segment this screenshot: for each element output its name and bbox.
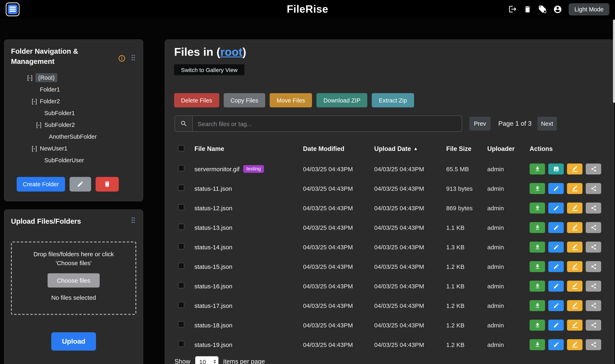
- create-folder-button[interactable]: Create Folder: [17, 177, 65, 192]
- download-button[interactable]: [530, 163, 545, 174]
- share-button[interactable]: [586, 280, 601, 291]
- gallery-view-button[interactable]: Switch to Gallery View: [174, 64, 244, 75]
- download-button[interactable]: [530, 339, 545, 350]
- edit-button[interactable]: [548, 202, 564, 213]
- download-button[interactable]: [530, 261, 545, 272]
- share-button[interactable]: [586, 202, 601, 213]
- row-checkbox[interactable]: [178, 165, 184, 171]
- upload-dropzone[interactable]: Drop files/folders here or click 'Choose…: [11, 242, 136, 315]
- download-button[interactable]: [530, 183, 545, 194]
- download-button[interactable]: [530, 202, 545, 213]
- tree-toggle-icon[interactable]: [-]: [32, 143, 40, 155]
- row-checkbox[interactable]: [178, 302, 184, 308]
- choose-files-button[interactable]: Choose files: [48, 273, 100, 288]
- download-button[interactable]: [530, 300, 545, 311]
- filerise-logo[interactable]: [6, 2, 20, 16]
- preview-button[interactable]: [548, 163, 564, 174]
- info-icon[interactable]: [118, 54, 126, 62]
- share-button[interactable]: [586, 183, 601, 194]
- tree-item[interactable]: SubFolder1: [11, 107, 136, 119]
- edit-button[interactable]: [548, 183, 564, 194]
- tree-toggle-icon[interactable]: [-]: [36, 119, 44, 131]
- edit-button[interactable]: [548, 339, 564, 350]
- upload-button[interactable]: Upload: [51, 332, 96, 351]
- tree-toggle-icon[interactable]: [-]: [32, 96, 40, 107]
- drag-handle-icon[interactable]: [131, 217, 135, 224]
- column-header-date-modified[interactable]: Date Modified: [303, 145, 374, 153]
- delete-folder-button[interactable]: [95, 177, 118, 192]
- rename-button[interactable]: [567, 241, 582, 252]
- move-files-button[interactable]: Move Files: [270, 93, 312, 107]
- column-header-file-name[interactable]: File Name: [195, 145, 303, 153]
- edit-button[interactable]: [548, 280, 564, 291]
- search-input[interactable]: [193, 116, 462, 131]
- select-all-checkbox[interactable]: [178, 145, 184, 151]
- edit-button[interactable]: [548, 300, 564, 311]
- delete-files-button[interactable]: Delete Files: [174, 93, 219, 107]
- row-checkbox[interactable]: [178, 185, 184, 191]
- tree-item[interactable]: AnotherSubFolder: [11, 131, 136, 143]
- tree-item[interactable]: [-]Folder2: [11, 96, 136, 107]
- rename-button[interactable]: [567, 300, 582, 311]
- download-zip-button[interactable]: Download ZIP: [316, 93, 367, 107]
- row-checkbox[interactable]: [178, 341, 184, 347]
- row-checkbox[interactable]: [178, 282, 184, 288]
- tree-item[interactable]: [-](Root): [11, 72, 136, 84]
- tree-item[interactable]: SubFolderUser: [11, 155, 136, 166]
- scrollbar-thumb[interactable]: [613, 20, 615, 103]
- edit-button[interactable]: [548, 319, 564, 330]
- file-name[interactable]: status-12.json: [195, 204, 233, 211]
- rename-button[interactable]: [567, 319, 582, 330]
- edit-button[interactable]: [548, 241, 564, 252]
- trash-icon[interactable]: [524, 5, 532, 13]
- share-button[interactable]: [586, 163, 601, 174]
- row-checkbox[interactable]: [178, 224, 184, 230]
- tags-icon[interactable]: [538, 5, 547, 13]
- rename-button[interactable]: [567, 222, 582, 233]
- download-button[interactable]: [530, 280, 545, 291]
- rename-button[interactable]: [567, 163, 582, 174]
- tree-item[interactable]: Folder1: [11, 84, 136, 96]
- share-button[interactable]: [586, 241, 601, 252]
- file-name[interactable]: servermonitor.gif: [195, 165, 240, 172]
- drag-handle-icon[interactable]: [131, 54, 135, 61]
- tree-item[interactable]: [-]SubFolder2: [11, 119, 136, 131]
- file-name[interactable]: status-18.json: [195, 322, 233, 328]
- account-icon[interactable]: [553, 5, 562, 14]
- share-button[interactable]: [586, 300, 601, 311]
- column-header-uploader[interactable]: Uploader: [487, 145, 530, 153]
- file-name[interactable]: status-11.json: [195, 185, 232, 192]
- rename-button[interactable]: [567, 261, 582, 272]
- next-page-button[interactable]: Next: [537, 117, 557, 130]
- items-per-page-select[interactable]: 10: [195, 356, 218, 364]
- row-checkbox[interactable]: [178, 263, 184, 269]
- download-button[interactable]: [530, 222, 545, 233]
- share-button[interactable]: [586, 339, 601, 350]
- share-button[interactable]: [586, 261, 601, 272]
- rename-button[interactable]: [567, 280, 582, 291]
- share-button[interactable]: [586, 319, 601, 330]
- column-header-upload-date[interactable]: Upload Date▲: [374, 145, 446, 153]
- rename-folder-button[interactable]: [69, 177, 91, 192]
- download-button[interactable]: [530, 319, 545, 330]
- logout-icon[interactable]: [509, 5, 517, 13]
- column-header-file-size[interactable]: File Size: [446, 145, 487, 153]
- row-checkbox[interactable]: [178, 321, 184, 327]
- tree-item[interactable]: [-]NewUser1: [11, 143, 136, 155]
- file-name[interactable]: status-19.json: [195, 341, 233, 348]
- share-button[interactable]: [586, 222, 601, 233]
- prev-page-button[interactable]: Prev: [469, 117, 491, 130]
- root-folder-link[interactable]: root: [220, 46, 242, 58]
- row-checkbox[interactable]: [178, 243, 184, 249]
- tree-toggle-icon[interactable]: [-]: [27, 72, 35, 84]
- file-name[interactable]: status-17.json: [195, 302, 233, 309]
- rename-button[interactable]: [567, 339, 582, 350]
- file-name[interactable]: status-16.json: [195, 283, 233, 289]
- copy-files-button[interactable]: Copy Files: [223, 93, 265, 107]
- download-button[interactable]: [530, 241, 545, 252]
- rename-button[interactable]: [567, 183, 582, 194]
- light-mode-button[interactable]: Light Mode: [569, 3, 610, 15]
- edit-button[interactable]: [548, 222, 564, 233]
- row-checkbox[interactable]: [178, 204, 184, 210]
- file-name[interactable]: status-15.json: [195, 263, 233, 270]
